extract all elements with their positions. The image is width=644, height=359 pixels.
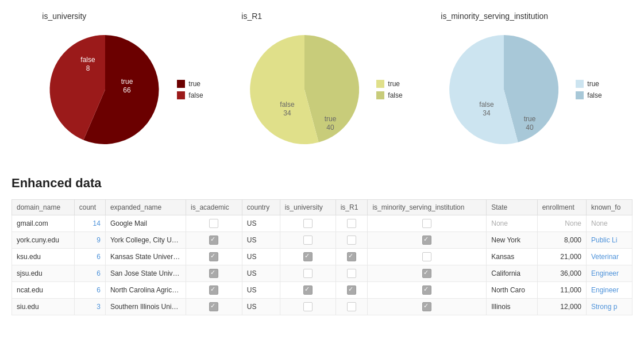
cell-is-academic	[186, 299, 242, 315]
col-header-is-academic: is_academic	[186, 200, 242, 215]
col-header-domain: domain_name	[12, 200, 75, 215]
cell-known-fo: Engineer	[587, 282, 633, 299]
cell-state: North Caro	[487, 282, 537, 299]
legend-is-university: true false	[177, 80, 203, 99]
col-header-known-fo: known_fo	[587, 200, 633, 215]
cell-known-fo: Strong p	[587, 299, 633, 315]
col-header-country: country	[242, 200, 280, 215]
cell-is-r1	[336, 265, 368, 282]
cell-expanded: Google Mail	[105, 215, 186, 232]
cell-is-minority	[368, 299, 487, 315]
label-false-minority: false	[480, 101, 495, 109]
legend-item-false-minority: false	[576, 91, 601, 99]
col-header-is-university: is_university	[280, 200, 336, 215]
cell-is-university	[280, 215, 336, 232]
pie-chart-is-minority: true 40 false 34	[441, 26, 567, 153]
cell-domain: gmail.com	[12, 215, 75, 232]
cell-country: US	[242, 265, 280, 282]
cell-is-academic	[186, 282, 242, 299]
table-row: ksu.edu6Kansas State UniversityUSKansas2…	[12, 249, 633, 265]
chart-is-university: is_university true 66 false 8 t	[42, 11, 203, 153]
data-table: domain_name count expanded_name is_acade…	[11, 199, 633, 315]
chart-title-is-r1: is_R1	[241, 11, 262, 21]
chart-is-minority: is_minority_serving_institution true 40 …	[441, 11, 601, 153]
legend-color-true-r1	[376, 80, 384, 88]
legend-label-true: true	[188, 80, 200, 88]
legend-color-true	[177, 80, 185, 88]
table-row: gmail.com14Google MailUSNoneNoneNone	[12, 215, 633, 232]
chart-is-r1: is_R1 true 40 false 34	[241, 11, 402, 153]
legend-item-true: true	[177, 80, 203, 88]
cell-is-minority	[368, 215, 487, 232]
cell-expanded: North Carolina Agricultural a	[105, 282, 186, 299]
cell-expanded: Kansas State University	[105, 249, 186, 265]
label-false-r1: false	[280, 101, 295, 109]
cell-count: 6	[74, 265, 105, 282]
table-row: sjsu.edu6San Jose State UniversityUSCali…	[12, 265, 633, 282]
cell-enrollment: None	[537, 215, 586, 232]
cell-count: 3	[74, 299, 105, 315]
chart-title-is-minority: is_minority_serving_institution	[441, 11, 548, 21]
cell-country: US	[242, 232, 280, 249]
cell-domain: ncat.edu	[12, 282, 75, 299]
table-row: ncat.edu6North Carolina Agricultural aUS…	[12, 282, 633, 299]
cell-is-university	[280, 282, 336, 299]
enhanced-data-section: Enhanced data domain_name count expanded…	[0, 170, 644, 327]
cell-is-r1	[336, 282, 368, 299]
cell-domain: sjsu.edu	[12, 265, 75, 282]
legend-label-false-r1: false	[388, 91, 402, 99]
value-true-minority: 40	[526, 123, 534, 132]
section-title: Enhanced data	[11, 176, 633, 191]
label-true-minority: true	[524, 115, 536, 123]
cell-is-minority	[368, 232, 487, 249]
cell-known-fo: None	[587, 215, 633, 232]
legend-item-true-r1: true	[376, 80, 402, 88]
legend-label-false-minority: false	[587, 91, 601, 99]
cell-count: 6	[74, 282, 105, 299]
cell-country: US	[242, 215, 280, 232]
legend-is-r1: true false	[376, 80, 402, 99]
cell-count: 9	[74, 232, 105, 249]
cell-known-fo: Engineer	[587, 265, 633, 282]
legend-item-false-r1: false	[376, 91, 402, 99]
legend-label-true-r1: true	[388, 80, 400, 88]
cell-domain: siu.edu	[12, 299, 75, 315]
cell-is-minority	[368, 265, 487, 282]
col-header-expanded: expanded_name	[105, 200, 186, 215]
legend-label-true-minority: true	[587, 80, 599, 88]
cell-count: 6	[74, 249, 105, 265]
cell-expanded: York College, City University	[105, 232, 186, 249]
cell-state: Kansas	[487, 249, 537, 265]
legend-color-false-minority	[576, 91, 584, 99]
col-header-state: State	[487, 200, 537, 215]
cell-domain: ksu.edu	[12, 249, 75, 265]
col-header-is-r1: is_R1	[336, 200, 368, 215]
pie-chart-is-r1: true 40 false 34	[241, 26, 368, 153]
legend-is-minority: true false	[576, 80, 601, 99]
legend-color-false	[177, 91, 185, 99]
cell-enrollment: 21,000	[537, 249, 586, 265]
label-true-r1: true	[325, 115, 337, 123]
legend-label-false: false	[188, 91, 203, 99]
cell-known-fo: Public Li	[587, 232, 633, 249]
charts-section: is_university true 66 false 8 t	[0, 0, 644, 170]
legend-item-false: false	[177, 91, 203, 99]
cell-state: California	[487, 265, 537, 282]
cell-country: US	[242, 299, 280, 315]
cell-is-minority	[368, 282, 487, 299]
col-header-count: count	[74, 200, 105, 215]
cell-state: Illinois	[487, 299, 537, 315]
legend-color-false-r1	[376, 91, 384, 99]
cell-state: New York	[487, 232, 537, 249]
col-header-is-minority: is_minority_serving_institution	[368, 200, 487, 215]
cell-is-academic	[186, 265, 242, 282]
cell-count: 14	[74, 215, 105, 232]
cell-is-academic	[186, 215, 242, 232]
cell-domain: york.cuny.edu	[12, 232, 75, 249]
table-row: siu.edu3Southern Illinois UniversityUSIl…	[12, 299, 633, 315]
cell-is-minority	[368, 249, 487, 265]
cell-expanded: San Jose State University	[105, 265, 186, 282]
cell-enrollment: 36,000	[537, 265, 586, 282]
label-true: true	[121, 78, 133, 86]
cell-is-university	[280, 265, 336, 282]
